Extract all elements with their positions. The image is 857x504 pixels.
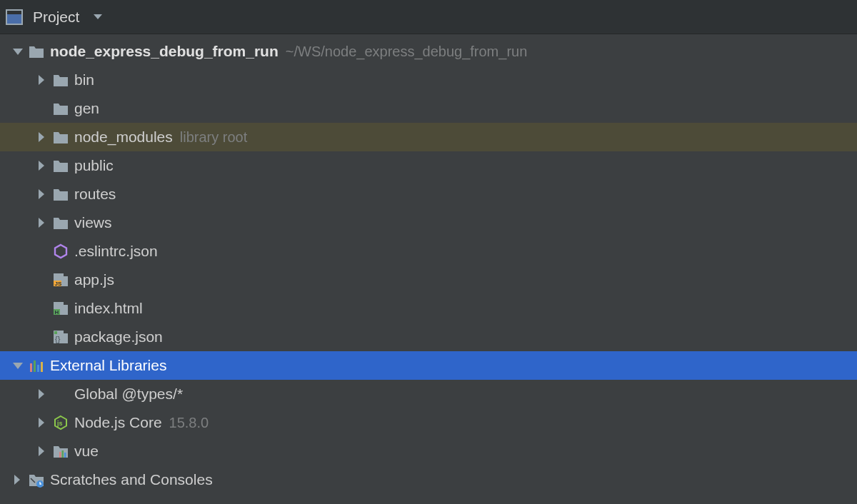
chevron-down-icon[interactable]	[11, 45, 24, 58]
tree-row[interactable]: public	[0, 151, 857, 180]
tree-row[interactable]: package.json	[0, 323, 857, 351]
tree-item-label: app.js	[74, 271, 114, 288]
tree-item-annotation: 15.8.0	[169, 415, 209, 431]
package-json-icon	[53, 329, 69, 345]
tree-row-external-libraries[interactable]: External Libraries	[0, 351, 857, 380]
tree-item-label: .eslintrc.json	[74, 243, 158, 260]
tree-item-label: index.html	[74, 300, 143, 317]
tree-row[interactable]: .eslintrc.json	[0, 237, 857, 266]
chevron-right-icon[interactable]	[36, 188, 49, 201]
tree-item-label: Global @types/*	[74, 385, 183, 403]
tree-item-label: package.json	[74, 328, 163, 346]
chevron-down-icon[interactable]	[11, 359, 24, 372]
scratches-icon	[29, 472, 44, 488]
folder-icon	[53, 72, 69, 88]
tree-item-label: routes	[74, 186, 116, 203]
tree-item-label: views	[74, 214, 112, 231]
scratches-label: Scratches and Consoles	[50, 471, 213, 488]
project-root-path: ~/WS/node_express_debug_from_run	[286, 44, 528, 60]
js-file-icon	[53, 272, 69, 288]
tree-item-label: bin	[74, 71, 94, 89]
project-root-name: node_express_debug_from_run	[50, 43, 279, 60]
chevron-right-icon[interactable]	[36, 74, 49, 86]
chevron-right-icon[interactable]	[11, 473, 24, 486]
tree-row[interactable]: gen	[0, 94, 857, 123]
tree-row[interactable]: node_moduleslibrary root	[0, 123, 857, 151]
tree-row[interactable]: app.js	[0, 266, 857, 294]
project-view-title[interactable]: Project	[33, 9, 79, 26]
chevron-right-icon[interactable]	[36, 131, 49, 143]
chevron-right-icon[interactable]	[36, 388, 49, 400]
tree-row[interactable]: bin	[0, 66, 857, 94]
folder-icon	[29, 44, 44, 59]
eslint-icon	[53, 243, 69, 259]
tree-row-project-root[interactable]: node_express_debug_from_run ~/WS/node_ex…	[0, 37, 857, 66]
tree-item-label: public	[74, 157, 114, 174]
html-file-icon	[53, 301, 69, 316]
chevron-right-icon[interactable]	[36, 159, 49, 172]
external-libraries-label: External Libraries	[50, 357, 166, 374]
tree-row[interactable]: Node.js Core15.8.0	[0, 408, 857, 437]
nodejs-icon	[53, 415, 69, 430]
tree-row[interactable]: views	[0, 208, 857, 237]
tree-item-label: node_modules	[74, 128, 173, 146]
tree-row[interactable]: vue	[0, 437, 857, 465]
project-view-icon[interactable]	[6, 9, 23, 25]
chevron-right-icon[interactable]	[36, 416, 49, 429]
tree-row[interactable]: Global @types/*	[0, 380, 857, 408]
chevron-right-icon[interactable]	[36, 445, 49, 458]
chevron-right-icon[interactable]	[36, 216, 49, 229]
folder-icon	[53, 186, 69, 202]
tree-item-label: Node.js Core	[74, 414, 162, 431]
folder-icon	[53, 158, 69, 173]
folder-icon	[53, 101, 69, 116]
library-folder-icon	[53, 443, 69, 459]
tree-item-label: vue	[74, 443, 99, 460]
tree-row[interactable]: routes	[0, 180, 857, 208]
project-toolbar: Project	[0, 0, 857, 34]
tree-row[interactable]: index.html	[0, 294, 857, 323]
project-tree: node_express_debug_from_run ~/WS/node_ex…	[0, 34, 857, 494]
tree-item-annotation: library root	[180, 129, 247, 146]
tree-item-label: gen	[74, 100, 99, 117]
blank-icon	[53, 386, 69, 402]
folder-icon	[53, 129, 69, 145]
tree-row-scratches[interactable]: Scratches and Consoles	[0, 465, 857, 494]
project-view-switcher-icon[interactable]	[94, 14, 102, 19]
folder-icon	[53, 215, 69, 231]
libraries-icon	[29, 358, 44, 373]
